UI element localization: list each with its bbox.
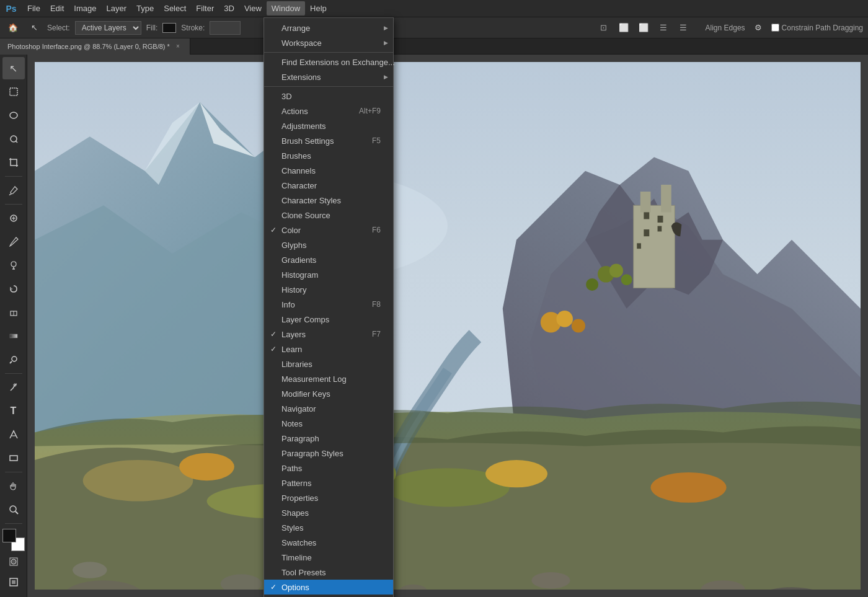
menu-item-patterns[interactable]: Patterns (264, 475, 393, 490)
select-dropdown[interactable]: Active Layers (75, 21, 141, 35)
menu-help[interactable]: Help (305, 1, 332, 15)
path-select-btn[interactable] (2, 423, 25, 446)
move-tool-btn[interactable]: ↖ (2, 57, 25, 79)
main-layout: ↖ (0, 55, 868, 597)
eraser-tool-btn[interactable] (2, 301, 25, 324)
menu-item-measurement-log[interactable]: Measurement Log (264, 371, 393, 386)
svg-point-1 (10, 112, 17, 118)
zoom-tool-btn[interactable] (2, 498, 25, 521)
align-btn-1[interactable]: ⊡ (596, 21, 611, 35)
healing-tool-btn[interactable] (2, 207, 25, 229)
pen-tool-btn[interactable] (2, 376, 25, 399)
menu-view[interactable]: View (239, 1, 267, 15)
menu-divider-2 (264, 52, 393, 53)
svg-rect-0 (10, 88, 17, 95)
menu-item-paragraph-styles[interactable]: Paragraph Styles (264, 446, 393, 461)
menu-item-workspace[interactable]: Workspace (264, 35, 393, 50)
menu-item-clone-source[interactable]: Clone Source (264, 208, 393, 223)
menu-item-info[interactable]: InfoF8 (264, 297, 393, 312)
menu-window[interactable]: Window (267, 1, 305, 15)
menu-layer[interactable]: Layer (102, 1, 132, 15)
menu-item-paragraph[interactable]: Paragraph (264, 431, 393, 446)
menu-filter[interactable]: Filter (191, 1, 219, 15)
screen-mode-btn[interactable] (2, 571, 25, 593)
menu-item-arrange[interactable]: Arrange (264, 20, 393, 35)
menu-item-layer-comps[interactable]: Layer Comps (264, 312, 393, 327)
foreground-color-swatch[interactable] (2, 529, 16, 542)
menu-item-3d[interactable]: 3D (264, 89, 393, 104)
menu-select[interactable]: Select (159, 1, 191, 15)
crop-tool-btn[interactable] (2, 151, 25, 174)
lasso-tool-btn[interactable] (2, 104, 25, 126)
menu-item-paths[interactable]: Paths (264, 461, 393, 475)
menu-item-tools[interactable]: ✓Tools (264, 595, 393, 597)
menu-item-history[interactable]: History (264, 282, 393, 297)
menu-item-histogram[interactable]: Histogram (264, 267, 393, 282)
menu-item-gradients[interactable]: Gradients (264, 252, 393, 267)
document-tab[interactable]: Photoshop Interface.png @ 88.7% (Layer 0… (0, 38, 190, 55)
menu-item-learn[interactable]: ✓Learn (264, 342, 393, 356)
color-selector[interactable] (2, 529, 25, 551)
menu-item-label: Brushes (281, 151, 311, 161)
menu-item-shapes[interactable]: Shapes (264, 505, 393, 520)
menu-item-tool-presets[interactable]: Tool Presets (264, 565, 393, 580)
menu-item-properties[interactable]: Properties (264, 490, 393, 505)
constrain-checkbox[interactable] (771, 24, 779, 32)
type-tool-btn[interactable]: T (2, 400, 25, 422)
menu-image[interactable]: Image (69, 1, 101, 15)
eyedropper-tool-btn[interactable] (2, 179, 25, 201)
menu-item-styles[interactable]: Styles (264, 520, 393, 535)
menu-item-swatches[interactable]: Swatches (264, 535, 393, 550)
menu-edit[interactable]: Edit (45, 1, 69, 15)
menu-item-modifier-keys[interactable]: Modifier Keys (264, 386, 393, 401)
menu-item-character[interactable]: Character (264, 178, 393, 193)
stroke-input[interactable] (210, 21, 241, 35)
align-btn-5[interactable]: ☰ (676, 21, 691, 35)
menu-item-find-extensions-on-exchange[interactable]: Find Extensions on Exchange... (264, 55, 393, 69)
home-btn[interactable]: 🏠 (5, 20, 21, 36)
menu-item-timeline[interactable]: Timeline (264, 550, 393, 565)
history-brush-btn[interactable] (2, 278, 25, 300)
selection-tool-btn[interactable] (2, 81, 25, 103)
menu-item-label: Glyphs (281, 241, 306, 250)
gradient-tool-btn[interactable] (2, 325, 25, 347)
align-btn-3[interactable]: ⬜ (636, 21, 651, 35)
fill-color-box[interactable] (162, 23, 176, 33)
menu-item-extensions[interactable]: Extensions (264, 69, 393, 84)
quick-mask-btn[interactable] (8, 556, 19, 567)
menu-item-brushes[interactable]: Brushes (264, 148, 393, 163)
menu-item-label: Timeline (281, 553, 312, 562)
menu-item-color[interactable]: ✓ColorF6 (264, 223, 393, 237)
clone-stamp-tool-btn[interactable] (2, 254, 25, 276)
menu-item-label: Paragraph (281, 434, 319, 443)
tab-close-btn[interactable]: × (174, 42, 182, 51)
menu-item-libraries[interactable]: Libraries (264, 356, 393, 371)
menu-item-brush-settings[interactable]: Brush SettingsF5 (264, 133, 393, 148)
menu-item-notes[interactable]: Notes (264, 416, 393, 431)
menu-item-navigator[interactable]: Navigator (264, 401, 393, 416)
svg-point-37 (621, 274, 632, 285)
menu-item-label: Paths (281, 464, 302, 473)
menu-type[interactable]: Type (131, 1, 159, 15)
menu-item-label: 3D (281, 92, 292, 101)
dodge-tool-btn[interactable] (2, 348, 25, 371)
menu-item-layers[interactable]: ✓LayersF7 (264, 327, 393, 342)
menu-item-channels[interactable]: Channels (264, 163, 393, 178)
menu-3d[interactable]: 3D (219, 1, 239, 15)
menu-item-options[interactable]: ✓Options (264, 580, 393, 595)
arrow-tool-btn[interactable]: ↖ (26, 20, 42, 36)
brush-tool-btn[interactable] (2, 231, 25, 253)
menu-item-label: Gradients (281, 255, 316, 265)
settings-btn[interactable]: ⚙ (750, 20, 766, 36)
menu-item-adjustments[interactable]: Adjustments (264, 118, 393, 133)
align-btn-2[interactable]: ⬜ (616, 21, 631, 35)
menu-item-actions[interactable]: ActionsAlt+F9 (264, 104, 393, 118)
menu-item-label: Workspace (281, 38, 322, 48)
menu-item-character-styles[interactable]: Character Styles (264, 193, 393, 208)
shape-tool-btn[interactable] (2, 447, 25, 469)
align-btn-4[interactable]: ☰ (656, 21, 671, 35)
menu-item-glyphs[interactable]: Glyphs (264, 237, 393, 252)
quick-select-tool-btn[interactable] (2, 128, 25, 150)
menu-file[interactable]: File (22, 1, 45, 15)
hand-tool-btn[interactable] (2, 475, 25, 497)
